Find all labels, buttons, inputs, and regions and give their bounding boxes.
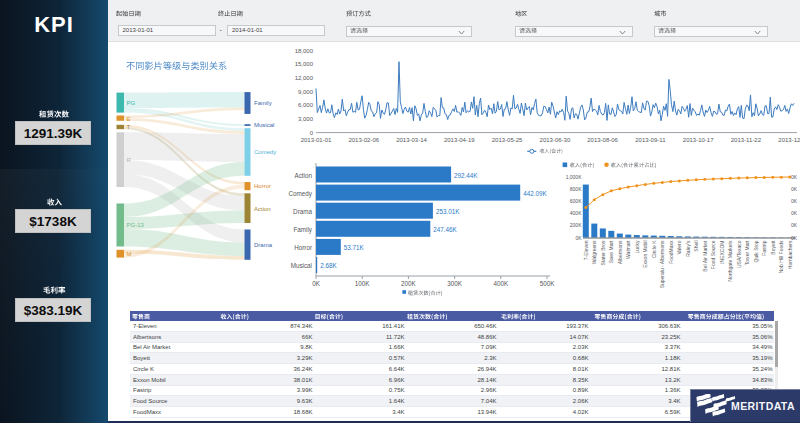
svg-text:100K: 100K [355,280,371,287]
svg-text:Stater Bros: Stater Bros [600,240,606,266]
svg-text:Northgate Markets: Northgate Markets [727,240,733,282]
svg-text:0K: 0K [575,235,582,241]
svg-text:Hornbachers: Hornbachers [787,240,793,269]
svg-text:E: E [127,116,131,122]
svg-text:53.71K: 53.71K [344,244,365,251]
svg-text:Boyett: Boyett [770,240,776,255]
svg-text:Musical: Musical [254,122,274,128]
svg-text:800K: 800K [570,186,582,192]
svg-text:600K: 600K [570,198,582,204]
svg-text:Family: Family [293,226,312,234]
svg-text:Shell: Shell [693,241,699,252]
svg-text:2013-12-28: 2013-12-28 [778,137,800,143]
svg-text:Nob Hill Foods: Nob Hill Foods [778,240,784,273]
svg-text:400K: 400K [493,280,509,287]
svg-text:0: 0 [310,130,314,136]
svg-text:3,000: 3,000 [298,116,314,122]
svg-text:R: R [127,157,132,163]
svg-text:18,000: 18,000 [295,48,314,54]
svg-text:Musical: Musical [291,262,312,269]
svg-text:292.44K: 292.44K [454,172,478,179]
svg-text:Tower Mart: Tower Mart [744,240,750,265]
svg-text:Bel Air Market: Bel Air Market [702,240,708,272]
svg-text:Food Source: Food Source [710,240,716,269]
svg-text:Superalu - Albertsons: Superalu - Albertsons [659,240,665,288]
svg-text:2013-05-25: 2013-05-25 [492,137,523,143]
svg-text:200K: 200K [570,222,582,228]
svg-text:Exxon Mobil: Exxon Mobil [642,241,648,268]
svg-text:Drama: Drama [293,208,312,215]
svg-text:247.46K: 247.46K [433,226,457,233]
svg-text:2.68K: 2.68K [320,262,337,269]
svg-text:PG-13: PG-13 [127,222,145,228]
svg-text:2013-01-01: 2013-01-01 [301,137,332,143]
svg-text:500K: 500K [540,280,556,287]
svg-text:Comedy: Comedy [289,190,313,198]
svg-text:2013-06-30: 2013-06-30 [540,137,571,143]
svg-text:Family: Family [254,100,272,106]
svg-text:15,000: 15,000 [295,61,314,67]
svg-text:400K: 400K [570,210,582,216]
svg-text:2013-11-22: 2013-11-22 [731,137,762,143]
svg-text:Save Mart: Save Mart [608,240,614,263]
svg-text:300K: 300K [447,280,463,287]
svg-text:USA/Texaco: USA/Texaco [736,240,742,268]
svg-text:Horror: Horror [294,244,312,251]
svg-text:Circle K: Circle K [651,240,657,258]
svg-text:12,000: 12,000 [295,75,314,81]
svg-text:9,000: 9,000 [298,89,314,95]
svg-text:Lucky: Lucky [634,240,640,254]
svg-text:0K: 0K [791,210,798,216]
svg-text:Drama: Drama [254,242,273,248]
svg-text:Albertsons: Albertsons [617,240,623,264]
svg-text:253.01K: 253.01K [436,208,460,215]
svg-text:200K: 200K [401,280,417,287]
svg-text:Walgreens: Walgreens [591,240,597,264]
svg-text:FoodMaxx: FoodMaxx [668,240,674,264]
svg-text:1,000K: 1,000K [566,174,583,180]
svg-text:2013-08-06: 2013-08-06 [587,137,618,143]
svg-text:INEXCOM: INEXCOM [719,241,725,264]
svg-text:PG: PG [127,100,136,106]
svg-text:7-Eleven: 7-Eleven [583,240,589,260]
svg-text:T: T [127,124,131,130]
svg-text:2013-09-11: 2013-09-11 [635,137,666,143]
svg-text:M: M [127,251,132,257]
svg-text:2013-03-14: 2013-03-14 [396,137,427,143]
svg-text:0K: 0K [791,198,798,204]
svg-text:0K: 0K [791,186,798,192]
svg-text:0K: 0K [791,222,798,228]
svg-text:Action: Action [254,206,271,212]
svg-text:Valero: Valero [676,240,682,254]
svg-text:0K: 0K [312,280,321,287]
svg-text:442.09K: 442.09K [523,190,547,197]
svg-text:Quik Stop: Quik Stop [753,240,759,262]
svg-text:Fastrip: Fastrip [761,240,767,256]
svg-text:Action: Action [294,172,312,179]
svg-text:Comedy: Comedy [254,149,276,155]
svg-text:2013-04-19: 2013-04-19 [444,137,475,143]
svg-text:6,000: 6,000 [298,102,314,108]
svg-text:Walmart: Walmart [625,240,631,259]
svg-text:Raley's: Raley's [685,240,691,257]
svg-text:Horror: Horror [254,183,271,189]
svg-text:2013-02-06: 2013-02-06 [348,137,379,143]
svg-text:0K: 0K [791,174,798,180]
svg-text:2013-10-17: 2013-10-17 [683,137,714,143]
